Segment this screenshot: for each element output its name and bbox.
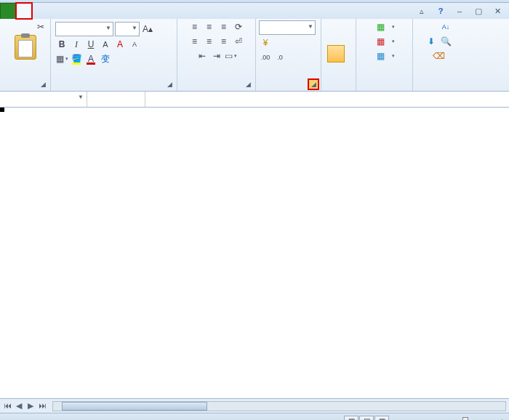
find-button[interactable]: 🔍	[439, 35, 452, 48]
tab-nav-next-icon[interactable]: ▶	[25, 401, 36, 411]
number-launcher-icon[interactable]: ◢	[309, 80, 318, 89]
group-cells: ▦▾ ▦▾ ▦▾	[356, 19, 413, 91]
group-number: ▼ ¥ .00 .0 ◢	[256, 19, 321, 91]
increase-decimal-icon[interactable]: .00	[259, 51, 272, 64]
tab-custom[interactable]	[124, 3, 139, 19]
group-font-label: ◢	[54, 88, 174, 89]
increase-font-icon[interactable]: A▴	[141, 23, 154, 36]
phonetic-button[interactable]: 变	[99, 52, 112, 65]
align-left-icon[interactable]: ≡	[188, 35, 201, 48]
align-center-icon[interactable]: ≡	[203, 35, 216, 48]
tab-insert[interactable]	[32, 3, 47, 19]
fill-handle[interactable]	[0, 108, 4, 112]
decrease-decimal-icon[interactable]: .0	[273, 51, 286, 64]
scrollbar-thumb[interactable]	[62, 402, 207, 411]
group-clipboard: ✂ ◢	[0, 19, 51, 91]
increase-indent-icon[interactable]: ⇥	[210, 49, 223, 62]
chevron-down-icon: ▼	[105, 25, 111, 31]
grow-font-icon[interactable]: A	[113, 38, 127, 51]
ribbon-tabs: ▵ ? – ▢ ✕	[0, 3, 509, 19]
sort-filter-button[interactable]: A↓	[439, 20, 452, 33]
tab-review[interactable]	[93, 3, 108, 19]
group-editing-label	[416, 88, 461, 89]
font-name-select[interactable]: ▼	[55, 22, 113, 36]
insert-cells-button[interactable]: ▦▾	[374, 20, 395, 33]
zoom-out-icon[interactable]: −	[424, 417, 428, 421]
ribbon: ✂ ◢ ▼ ▼ A▴ B I	[0, 19, 509, 92]
group-styles-label	[324, 88, 353, 89]
font-color-button[interactable]: A	[84, 52, 97, 65]
underline-button[interactable]: U	[84, 38, 97, 51]
align-bottom-icon[interactable]: ≡	[217, 20, 231, 33]
group-number-label: ◢	[259, 88, 318, 89]
paste-button[interactable]	[12, 33, 39, 62]
view-layout-icon[interactable]: ▤	[359, 416, 374, 421]
tab-nav-prev-icon[interactable]: ◀	[13, 401, 25, 411]
horizontal-scrollbar[interactable]	[52, 401, 506, 411]
help-icon[interactable]: ?	[433, 5, 448, 17]
orientation-icon[interactable]: ⟳	[232, 20, 245, 33]
group-font: ▼ ▼ A▴ B I U A A A ▦▾ 🪣 A 变	[51, 19, 177, 91]
tab-view[interactable]	[108, 3, 124, 19]
alignment-launcher-icon[interactable]: ◢	[244, 80, 252, 89]
group-editing: A↓ ⬇ 🔍 ⌫	[413, 19, 464, 91]
percent-button[interactable]	[273, 36, 286, 49]
shrink-font-icon[interactable]: A	[128, 38, 141, 51]
border-button[interactable]: ▦▾	[55, 52, 68, 65]
fill-color-button[interactable]: 🪣	[70, 52, 83, 65]
formula-bar: ▼	[0, 92, 509, 108]
tab-home[interactable]	[16, 3, 32, 19]
align-middle-icon[interactable]: ≡	[203, 20, 216, 33]
tab-nav-first-icon[interactable]: ⏮	[1, 401, 13, 411]
chevron-down-icon: ▼	[132, 25, 137, 31]
tab-nav-last-icon[interactable]: ⏭	[36, 401, 48, 411]
minimize-ribbon-icon[interactable]: ▵	[414, 5, 429, 17]
group-styles	[321, 19, 356, 91]
sheet-tab-bar: ⏮ ◀ ▶ ⏭	[0, 398, 509, 413]
wrap-text-icon[interactable]: ⏎	[232, 35, 245, 48]
format-cells-button[interactable]: ▦▾	[374, 49, 395, 62]
view-normal-icon[interactable]: ▦	[344, 416, 358, 421]
currency-button[interactable]: ¥	[259, 36, 272, 49]
insert-icon: ▦	[374, 20, 388, 33]
view-pagebreak-icon[interactable]: ▥	[374, 416, 389, 421]
group-alignment: ≡ ≡ ≡ ⟳ ≡ ≡ ≡ ⏎ ⇤ ⇥ ▭▾ ◢	[177, 19, 256, 91]
group-alignment-label: ◢	[180, 88, 252, 89]
chevron-down-icon: ▼	[78, 94, 84, 100]
worksheet-grid[interactable]	[0, 108, 509, 398]
decrease-font-icon[interactable]: A	[99, 38, 112, 51]
zoom-thumb[interactable]	[462, 417, 468, 421]
autosum-button[interactable]	[425, 20, 438, 33]
tab-data[interactable]	[78, 3, 93, 19]
clipboard-launcher-icon[interactable]: ◢	[39, 80, 47, 89]
delete-cells-button[interactable]: ▦▾	[374, 35, 395, 48]
tab-page-layout[interactable]	[47, 3, 63, 19]
group-cells-label	[359, 88, 409, 89]
decrease-indent-icon[interactable]: ⇤	[196, 49, 209, 62]
font-size-select[interactable]: ▼	[115, 22, 140, 36]
window-minimize-icon[interactable]: –	[452, 5, 467, 17]
delete-icon: ▦	[374, 35, 388, 48]
styles-button[interactable]	[324, 44, 348, 65]
comma-button[interactable]	[288, 36, 301, 49]
italic-button[interactable]: I	[70, 38, 83, 51]
clear-button[interactable]: ⌫	[432, 49, 445, 62]
font-launcher-icon[interactable]: ◢	[165, 80, 174, 89]
status-bar: ▦ ▤ ▥ − +	[0, 413, 509, 420]
name-box[interactable]: ▼	[0, 92, 87, 107]
format-icon: ▦	[374, 49, 388, 62]
window-restore-icon[interactable]: ▢	[471, 5, 486, 17]
zoom-in-icon[interactable]: +	[500, 417, 505, 421]
number-format-select[interactable]: ▼	[259, 20, 316, 35]
align-right-icon[interactable]: ≡	[217, 35, 231, 48]
merge-button[interactable]: ▭▾	[225, 49, 238, 62]
window-close-icon[interactable]: ✕	[490, 5, 505, 17]
formula-input[interactable]	[145, 92, 509, 107]
fill-button[interactable]: ⬇	[425, 35, 438, 48]
chevron-down-icon: ▼	[308, 23, 313, 30]
bold-button[interactable]: B	[55, 38, 68, 51]
tab-formulas[interactable]	[63, 3, 78, 19]
align-top-icon[interactable]: ≡	[188, 20, 201, 33]
cut-icon[interactable]: ✂	[34, 20, 47, 33]
tab-file[interactable]	[0, 3, 16, 19]
